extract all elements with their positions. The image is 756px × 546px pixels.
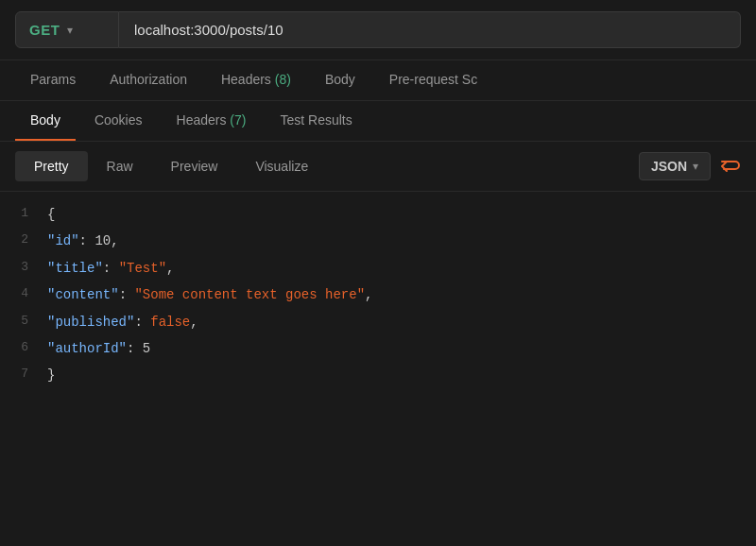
- line-number: 1: [0, 204, 47, 224]
- code-area: 1 { 2 "id": 10, 3 "title": "Test", 4 "co…: [0, 192, 756, 399]
- code-line-7: 7 }: [0, 362, 756, 388]
- tab-headers-request[interactable]: Headers (8): [206, 60, 306, 100]
- chevron-down-icon: ▾: [67, 24, 73, 37]
- code-line-2: 2 "id": 10,: [0, 228, 756, 254]
- code-line-6: 6 "authorId": 5: [0, 335, 756, 362]
- tab-cookies[interactable]: Cookies: [79, 101, 158, 141]
- tab-pre-request[interactable]: Pre-request Sc: [374, 60, 492, 100]
- tab-body-request[interactable]: Body: [310, 60, 370, 100]
- view-controls: Pretty Raw Preview Visualize JSON ▾: [0, 142, 756, 192]
- line-number: 6: [0, 338, 47, 358]
- tab-test-results[interactable]: Test Results: [265, 101, 367, 141]
- url-input[interactable]: [119, 11, 741, 48]
- tab-headers-response[interactable]: Headers (7): [162, 101, 262, 141]
- line-number: 7: [0, 365, 47, 384]
- request-tabs: Params Authorization Headers (8) Body Pr…: [0, 60, 756, 101]
- format-label: JSON: [651, 159, 687, 174]
- line-number: 4: [0, 284, 47, 304]
- line-content: "published": false,: [47, 312, 198, 333]
- url-bar: GET ▾: [0, 0, 756, 60]
- line-content: {: [47, 204, 55, 225]
- visualize-button[interactable]: Visualize: [236, 151, 327, 181]
- line-content: "title": "Test",: [47, 258, 174, 279]
- method-selector[interactable]: GET ▾: [15, 11, 119, 48]
- code-line-4: 4 "content": "Some content text goes her…: [0, 282, 756, 308]
- code-line-5: 5 "published": false,: [0, 309, 756, 335]
- pretty-button[interactable]: Pretty: [15, 151, 88, 181]
- line-content: "id": 10,: [47, 230, 119, 251]
- headers-badge: (8): [275, 72, 291, 87]
- wrap-button[interactable]: [720, 158, 741, 175]
- tab-body-response[interactable]: Body: [15, 101, 76, 141]
- line-content: "authorId": 5: [47, 338, 150, 359]
- line-number: 2: [0, 230, 47, 250]
- preview-button[interactable]: Preview: [152, 151, 237, 181]
- format-chevron-icon: ▾: [693, 160, 698, 173]
- tab-params[interactable]: Params: [15, 60, 91, 100]
- code-line-3: 3 "title": "Test",: [0, 255, 756, 282]
- code-line-1: 1 {: [0, 201, 756, 228]
- line-number: 3: [0, 258, 47, 278]
- format-selector[interactable]: JSON ▾: [639, 152, 711, 180]
- response-tabs: Body Cookies Headers (7) Test Results: [0, 101, 756, 142]
- response-headers-badge: (7): [230, 112, 246, 128]
- line-content: }: [47, 365, 55, 385]
- raw-button[interactable]: Raw: [88, 151, 152, 181]
- tab-authorization[interactable]: Authorization: [94, 60, 202, 100]
- line-number: 5: [0, 312, 47, 332]
- method-label: GET: [29, 22, 60, 38]
- line-content: "content": "Some content text goes here"…: [47, 284, 372, 305]
